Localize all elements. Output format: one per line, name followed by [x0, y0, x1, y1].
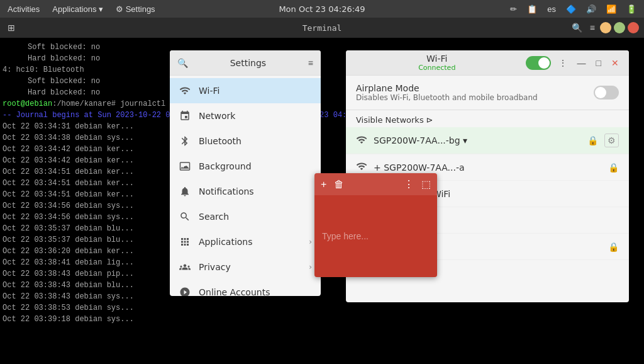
settings-item-search[interactable]: Search — [170, 204, 321, 229]
clipboard-icon[interactable]: 📋 — [525, 3, 540, 15]
lock-icon-0: 🔒 — [587, 135, 598, 145]
privacy-label: Privacy — [199, 262, 301, 272]
wifi-minimize-btn[interactable]: — — [575, 55, 589, 71]
terminal-titlebar-left: ⊞ — [5, 21, 18, 34]
visible-networks-header[interactable]: Visible Networks ⊳ — [346, 110, 629, 127]
terminal-line: Oct 22 03:39:18 debian sys... — [3, 314, 641, 325]
network-icon[interactable]: 📶 — [604, 3, 619, 15]
wifi-signal-icon — [356, 134, 367, 147]
lock-icon-1: 🔒 — [608, 162, 619, 173]
terminal-menu-btn[interactable]: ≡ — [587, 21, 597, 34]
background-label: Background — [199, 161, 312, 171]
clipboard-expand-btn[interactable]: ⬚ — [419, 176, 433, 193]
clipboard-toolbar: + 🗑 ⋮ ⬚ — [314, 173, 437, 195]
wifi-panel-subtitle: Connected — [353, 64, 521, 72]
bluetooth-icon — [179, 135, 191, 147]
settings-menu[interactable]: ⚙ Settings — [113, 3, 158, 15]
settings-list: Wi-Fi Network Bluetooth Background Notif… — [170, 76, 321, 296]
privacy-arrow: › — [309, 263, 312, 271]
wifi-toggle-button[interactable] — [526, 56, 551, 70]
settings-item-applications[interactable]: Applications › — [170, 229, 321, 254]
bluetooth-icon[interactable]: 🔷 — [564, 3, 579, 15]
settings-item-bluetooth[interactable]: Bluetooth — [170, 128, 321, 154]
settings-item-background[interactable]: Background — [170, 154, 321, 179]
applications-menu[interactable]: Applications ▾ — [50, 3, 106, 15]
clipboard-input[interactable] — [314, 195, 437, 277]
clipboard-delete-btn[interactable]: 🗑 — [331, 176, 347, 193]
topbar-right: ✏ 📋 es 🔷 🔊 📶 🔋 — [508, 3, 639, 15]
network-name-0: SGP200W-7AA...-bg ▾ — [374, 135, 581, 145]
wifi-icon — [179, 84, 191, 97]
terminal-icon-button[interactable]: ⊞ — [5, 21, 18, 34]
settings-item-notifications[interactable]: Notifications — [170, 179, 321, 204]
edit-icon[interactable]: ✏ — [508, 3, 519, 15]
topbar-left: Activities Applications ▾ ⚙ Settings — [5, 3, 158, 15]
terminal-title: Terminal — [303, 23, 342, 33]
clipboard-add-btn[interactable]: + — [318, 176, 329, 193]
airplane-mode-toggle[interactable] — [594, 86, 619, 100]
network-label: Network — [199, 111, 312, 121]
lock-icon-4: 🔒 — [608, 242, 619, 252]
search-label: Search — [199, 212, 312, 222]
notifications-icon — [179, 185, 191, 198]
applications-label: Applications — [199, 237, 301, 247]
notifications-label: Notifications — [199, 186, 312, 196]
activities-button[interactable]: Activities — [5, 3, 42, 15]
wifi-titlebar: Wi-Fi Connected ⋮ — □ ✕ — [346, 50, 629, 76]
settings-search-btn[interactable]: 🔍 — [175, 55, 191, 71]
search-icon — [179, 210, 191, 223]
wifi-maximize-btn[interactable]: □ — [594, 55, 604, 71]
network-icon — [179, 110, 191, 122]
network-item-0[interactable]: SGP200W-7AA...-bg ▾ 🔒 ⚙ — [346, 127, 629, 154]
clipboard-more-btn[interactable]: ⋮ — [401, 176, 416, 193]
network-name-1: + SGP200W-7AA...-a — [374, 162, 602, 173]
settings-titlebar: 🔍 Settings ≡ — [170, 50, 321, 76]
clipboard-overlay: + 🗑 ⋮ ⬚ — [314, 173, 437, 277]
bluetooth-label: Bluetooth — [199, 136, 312, 146]
wifi-signal-icon-1 — [356, 161, 367, 174]
applications-arrow: › — [309, 237, 312, 246]
background-icon — [179, 160, 191, 173]
settings-menu-btn[interactable]: ≡ — [306, 55, 316, 71]
settings-item-wifi[interactable]: Wi-Fi — [170, 78, 321, 103]
terminal-search-btn[interactable]: 🔍 — [569, 21, 585, 34]
settings-panel: 🔍 Settings ≡ Wi-Fi Network Bluetooth — [170, 50, 321, 296]
airplane-mode-desc: Disables Wi-Fi, Bluetooth and mobile bro… — [356, 93, 586, 102]
airplane-mode-title: Airplane Mode — [356, 83, 586, 93]
applications-icon — [179, 236, 191, 248]
wifi-menu-btn[interactable]: ⋮ — [556, 55, 570, 71]
language-selector[interactable]: es — [545, 3, 558, 15]
wifi-label: Wi-Fi — [199, 86, 312, 96]
topbar: Activities Applications ▾ ⚙ Settings Mon… — [0, 0, 644, 18]
privacy-icon — [179, 261, 191, 273]
wifi-title-area: Wi-Fi Connected — [353, 54, 521, 72]
settings-item-network[interactable]: Network — [170, 103, 321, 128]
network-gear-0[interactable]: ⚙ — [604, 134, 619, 147]
wifi-close-btn[interactable]: ✕ — [609, 55, 621, 71]
airplane-mode-text: Airplane Mode Disables Wi-Fi, Bluetooth … — [356, 83, 586, 102]
topbar-datetime: Mon Oct 23 04:26:49 — [279, 4, 365, 14]
close-button[interactable] — [628, 22, 639, 33]
terminal-line: Oct 22 03:38:53 debian sys... — [3, 302, 641, 314]
airplane-mode-row: Airplane Mode Disables Wi-Fi, Bluetooth … — [346, 76, 629, 110]
settings-item-privacy[interactable]: Privacy › — [170, 254, 321, 280]
terminal-titlebar-right: 🔍 ≡ — [569, 21, 639, 34]
minimize-button[interactable] — [600, 22, 611, 33]
settings-item-online-accounts[interactable]: Online Accounts — [170, 280, 321, 296]
volume-icon[interactable]: 🔊 — [584, 3, 599, 15]
battery-icon[interactable]: 🔋 — [624, 3, 639, 15]
wifi-panel-title: Wi-Fi — [353, 54, 521, 64]
settings-title: Settings — [194, 58, 302, 68]
online-accounts-label: Online Accounts — [199, 287, 312, 296]
terminal-titlebar: ⊞ Terminal 🔍 ≡ — [0, 18, 644, 38]
maximize-button[interactable] — [614, 22, 625, 33]
online-accounts-icon — [179, 286, 191, 296]
